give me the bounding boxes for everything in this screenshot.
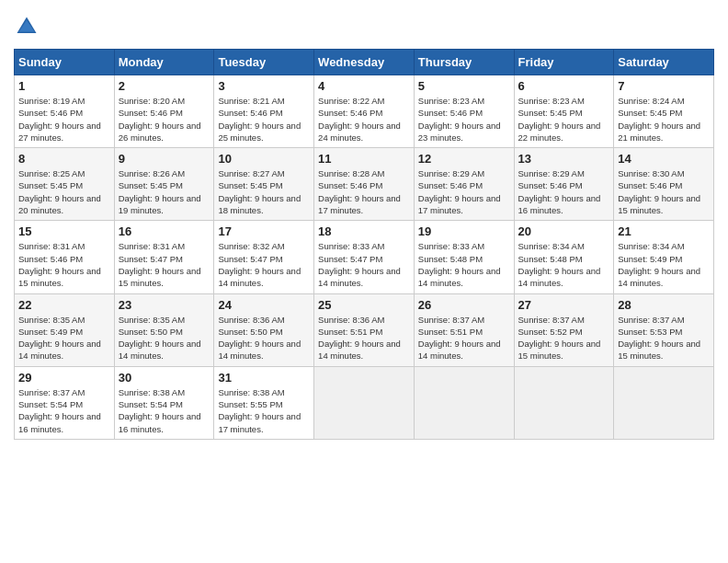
weekday-header-cell: Friday: [514, 50, 614, 75]
day-number: 4: [318, 79, 410, 93]
calendar-day-cell: 18 Sunrise: 8:33 AM Sunset: 5:47 PM Dayl…: [314, 221, 415, 293]
day-info: Sunrise: 8:35 AM Sunset: 5:49 PM Dayligh…: [18, 314, 110, 362]
calendar-day-cell: 11 Sunrise: 8:28 AM Sunset: 5:46 PM Dayl…: [314, 148, 415, 221]
day-number: 17: [218, 224, 310, 238]
day-info: Sunrise: 8:32 AM Sunset: 5:47 PM Dayligh…: [218, 240, 310, 289]
calendar-day-cell: [314, 366, 415, 439]
day-number: 1: [18, 79, 110, 93]
day-info: Sunrise: 8:26 AM Sunset: 5:45 PM Dayligh…: [119, 167, 210, 216]
calendar-day-cell: 30 Sunrise: 8:38 AM Sunset: 5:54 PM Dayl…: [114, 366, 214, 439]
calendar-week-row: 29 Sunrise: 8:37 AM Sunset: 5:54 PM Dayl…: [15, 366, 714, 439]
day-info: Sunrise: 8:38 AM Sunset: 5:54 PM Dayligh…: [119, 386, 210, 435]
day-number: 11: [318, 152, 410, 166]
calendar-day-cell: 17 Sunrise: 8:32 AM Sunset: 5:47 PM Dayl…: [214, 221, 314, 293]
day-number: 27: [518, 298, 610, 312]
header: [14, 14, 714, 40]
calendar-week-row: 8 Sunrise: 8:25 AM Sunset: 5:45 PM Dayli…: [15, 148, 714, 221]
day-number: 22: [18, 298, 110, 312]
day-number: 21: [618, 224, 710, 238]
day-info: Sunrise: 8:36 AM Sunset: 5:51 PM Dayligh…: [318, 314, 410, 362]
day-number: 16: [119, 224, 210, 238]
calendar-day-cell: 3 Sunrise: 8:21 AM Sunset: 5:46 PM Dayli…: [214, 75, 314, 148]
calendar-day-cell: 23 Sunrise: 8:35 AM Sunset: 5:50 PM Dayl…: [114, 293, 214, 366]
day-info: Sunrise: 8:22 AM Sunset: 5:46 PM Dayligh…: [318, 95, 410, 144]
day-info: Sunrise: 8:23 AM Sunset: 5:46 PM Dayligh…: [418, 95, 510, 144]
calendar-day-cell: 10 Sunrise: 8:27 AM Sunset: 5:45 PM Dayl…: [214, 148, 314, 221]
day-info: Sunrise: 8:33 AM Sunset: 5:48 PM Dayligh…: [418, 240, 510, 289]
day-info: Sunrise: 8:21 AM Sunset: 5:46 PM Dayligh…: [218, 95, 310, 144]
logo-icon: [14, 14, 40, 40]
day-number: 12: [418, 152, 510, 166]
day-number: 3: [218, 79, 310, 93]
calendar-day-cell: 2 Sunrise: 8:20 AM Sunset: 5:46 PM Dayli…: [114, 75, 214, 148]
calendar-week-row: 1 Sunrise: 8:19 AM Sunset: 5:46 PM Dayli…: [15, 75, 714, 148]
day-info: Sunrise: 8:27 AM Sunset: 5:45 PM Dayligh…: [218, 167, 310, 216]
day-info: Sunrise: 8:37 AM Sunset: 5:51 PM Dayligh…: [418, 314, 510, 362]
day-number: 10: [218, 152, 310, 166]
day-info: Sunrise: 8:36 AM Sunset: 5:50 PM Dayligh…: [218, 314, 310, 362]
calendar-day-cell: 27 Sunrise: 8:37 AM Sunset: 5:52 PM Dayl…: [514, 293, 614, 366]
day-number: 8: [18, 152, 110, 166]
calendar-day-cell: 1 Sunrise: 8:19 AM Sunset: 5:46 PM Dayli…: [15, 75, 115, 148]
day-info: Sunrise: 8:24 AM Sunset: 5:45 PM Dayligh…: [618, 95, 710, 144]
day-number: 25: [318, 298, 410, 312]
day-info: Sunrise: 8:33 AM Sunset: 5:47 PM Dayligh…: [318, 240, 410, 289]
day-info: Sunrise: 8:37 AM Sunset: 5:54 PM Dayligh…: [18, 386, 110, 435]
calendar-day-cell: 22 Sunrise: 8:35 AM Sunset: 5:49 PM Dayl…: [15, 293, 115, 366]
weekday-header-cell: Tuesday: [214, 50, 314, 75]
calendar-day-cell: 20 Sunrise: 8:34 AM Sunset: 5:48 PM Dayl…: [514, 221, 614, 293]
day-info: Sunrise: 8:20 AM Sunset: 5:46 PM Dayligh…: [119, 95, 210, 144]
day-number: 31: [218, 371, 310, 385]
calendar-day-cell: 21 Sunrise: 8:34 AM Sunset: 5:49 PM Dayl…: [614, 221, 714, 293]
day-info: Sunrise: 8:35 AM Sunset: 5:50 PM Dayligh…: [119, 314, 210, 362]
calendar-day-cell: 4 Sunrise: 8:22 AM Sunset: 5:46 PM Dayli…: [314, 75, 415, 148]
calendar-day-cell: [614, 366, 714, 439]
day-info: Sunrise: 8:38 AM Sunset: 5:55 PM Dayligh…: [218, 386, 310, 435]
day-number: 30: [119, 371, 210, 385]
day-number: 20: [518, 224, 610, 238]
calendar-day-cell: 26 Sunrise: 8:37 AM Sunset: 5:51 PM Dayl…: [414, 293, 514, 366]
main-container: SundayMondayTuesdayWednesdayThursdayFrid…: [0, 0, 728, 563]
calendar-day-cell: 28 Sunrise: 8:37 AM Sunset: 5:53 PM Dayl…: [614, 293, 714, 366]
day-number: 9: [119, 152, 210, 166]
calendar-day-cell: 29 Sunrise: 8:37 AM Sunset: 5:54 PM Dayl…: [15, 366, 115, 439]
day-number: 15: [18, 224, 110, 238]
day-number: 7: [618, 79, 710, 93]
day-number: 26: [418, 298, 510, 312]
day-info: Sunrise: 8:23 AM Sunset: 5:45 PM Dayligh…: [518, 95, 610, 144]
day-info: Sunrise: 8:19 AM Sunset: 5:46 PM Dayligh…: [18, 95, 110, 144]
day-number: 28: [618, 298, 710, 312]
calendar-day-cell: 25 Sunrise: 8:36 AM Sunset: 5:51 PM Dayl…: [314, 293, 415, 366]
calendar-day-cell: 16 Sunrise: 8:31 AM Sunset: 5:47 PM Dayl…: [114, 221, 214, 293]
calendar-day-cell: 5 Sunrise: 8:23 AM Sunset: 5:46 PM Dayli…: [414, 75, 514, 148]
day-number: 19: [418, 224, 510, 238]
calendar-week-row: 15 Sunrise: 8:31 AM Sunset: 5:46 PM Dayl…: [15, 221, 714, 293]
day-number: 18: [318, 224, 410, 238]
weekday-header-cell: Thursday: [414, 50, 514, 75]
day-info: Sunrise: 8:34 AM Sunset: 5:48 PM Dayligh…: [518, 240, 610, 289]
day-number: 23: [119, 298, 210, 312]
calendar-day-cell: 8 Sunrise: 8:25 AM Sunset: 5:45 PM Dayli…: [15, 148, 115, 221]
calendar-day-cell: 14 Sunrise: 8:30 AM Sunset: 5:46 PM Dayl…: [614, 148, 714, 221]
day-info: Sunrise: 8:29 AM Sunset: 5:46 PM Dayligh…: [418, 167, 510, 216]
weekday-header-cell: Saturday: [614, 50, 714, 75]
weekday-header-row: SundayMondayTuesdayWednesdayThursdayFrid…: [15, 50, 714, 75]
calendar-day-cell: [414, 366, 514, 439]
calendar-day-cell: 12 Sunrise: 8:29 AM Sunset: 5:46 PM Dayl…: [414, 148, 514, 221]
calendar-day-cell: 15 Sunrise: 8:31 AM Sunset: 5:46 PM Dayl…: [15, 221, 115, 293]
calendar-day-cell: 7 Sunrise: 8:24 AM Sunset: 5:45 PM Dayli…: [614, 75, 714, 148]
calendar-day-cell: 13 Sunrise: 8:29 AM Sunset: 5:46 PM Dayl…: [514, 148, 614, 221]
day-number: 24: [218, 298, 310, 312]
calendar-day-cell: 24 Sunrise: 8:36 AM Sunset: 5:50 PM Dayl…: [214, 293, 314, 366]
weekday-header-cell: Monday: [114, 50, 214, 75]
calendar-day-cell: 9 Sunrise: 8:26 AM Sunset: 5:45 PM Dayli…: [114, 148, 214, 221]
day-info: Sunrise: 8:25 AM Sunset: 5:45 PM Dayligh…: [18, 167, 110, 216]
day-info: Sunrise: 8:31 AM Sunset: 5:47 PM Dayligh…: [119, 240, 210, 289]
calendar-day-cell: 19 Sunrise: 8:33 AM Sunset: 5:48 PM Dayl…: [414, 221, 514, 293]
calendar-week-row: 22 Sunrise: 8:35 AM Sunset: 5:49 PM Dayl…: [15, 293, 714, 366]
logo: [14, 14, 43, 40]
day-number: 5: [418, 79, 510, 93]
day-info: Sunrise: 8:31 AM Sunset: 5:46 PM Dayligh…: [18, 240, 110, 289]
day-number: 6: [518, 79, 610, 93]
calendar-table: SundayMondayTuesdayWednesdayThursdayFrid…: [14, 49, 714, 440]
